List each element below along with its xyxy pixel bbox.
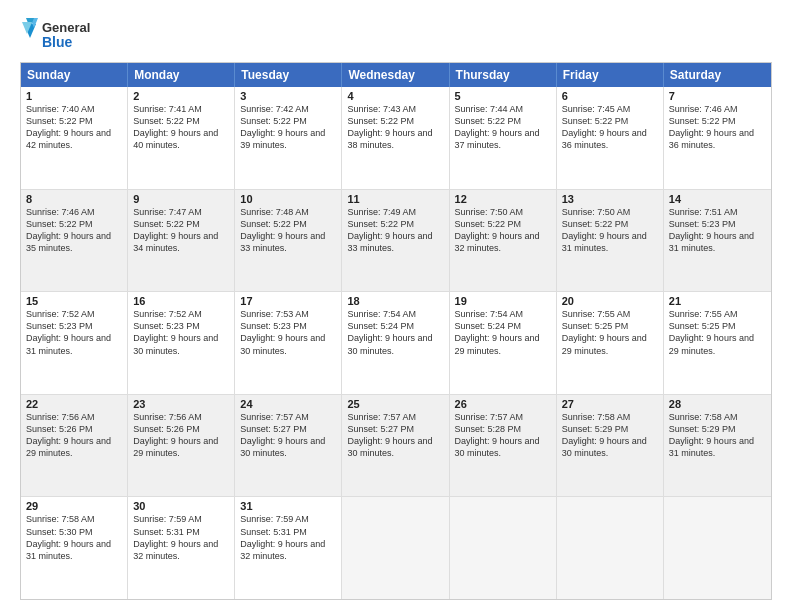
calendar-cell: 21Sunrise: 7:55 AM Sunset: 5:25 PM Dayli… (664, 292, 771, 394)
day-number: 30 (133, 500, 229, 512)
day-number: 5 (455, 90, 551, 102)
calendar-cell: 4Sunrise: 7:43 AM Sunset: 5:22 PM Daylig… (342, 87, 449, 189)
calendar-cell-empty (342, 497, 449, 599)
day-info: Sunrise: 7:54 AM Sunset: 5:24 PM Dayligh… (347, 308, 443, 357)
day-number: 12 (455, 193, 551, 205)
day-number: 29 (26, 500, 122, 512)
calendar-cell: 23Sunrise: 7:56 AM Sunset: 5:26 PM Dayli… (128, 395, 235, 497)
calendar-cell: 28Sunrise: 7:58 AM Sunset: 5:29 PM Dayli… (664, 395, 771, 497)
day-info: Sunrise: 7:42 AM Sunset: 5:22 PM Dayligh… (240, 103, 336, 152)
calendar-body: 1Sunrise: 7:40 AM Sunset: 5:22 PM Daylig… (21, 87, 771, 599)
day-info: Sunrise: 7:49 AM Sunset: 5:22 PM Dayligh… (347, 206, 443, 255)
day-info: Sunrise: 7:41 AM Sunset: 5:22 PM Dayligh… (133, 103, 229, 152)
calendar-cell: 31Sunrise: 7:59 AM Sunset: 5:31 PM Dayli… (235, 497, 342, 599)
svg-text:General: General (42, 20, 90, 35)
logo: General Blue (20, 16, 100, 54)
day-number: 14 (669, 193, 766, 205)
day-info: Sunrise: 7:58 AM Sunset: 5:30 PM Dayligh… (26, 513, 122, 562)
day-info: Sunrise: 7:50 AM Sunset: 5:22 PM Dayligh… (455, 206, 551, 255)
day-number: 8 (26, 193, 122, 205)
calendar-cell: 12Sunrise: 7:50 AM Sunset: 5:22 PM Dayli… (450, 190, 557, 292)
calendar-cell: 3Sunrise: 7:42 AM Sunset: 5:22 PM Daylig… (235, 87, 342, 189)
day-number: 16 (133, 295, 229, 307)
day-info: Sunrise: 7:55 AM Sunset: 5:25 PM Dayligh… (669, 308, 766, 357)
day-info: Sunrise: 7:46 AM Sunset: 5:22 PM Dayligh… (669, 103, 766, 152)
calendar-header-cell: Monday (128, 63, 235, 87)
day-info: Sunrise: 7:57 AM Sunset: 5:27 PM Dayligh… (240, 411, 336, 460)
day-info: Sunrise: 7:52 AM Sunset: 5:23 PM Dayligh… (133, 308, 229, 357)
day-info: Sunrise: 7:57 AM Sunset: 5:28 PM Dayligh… (455, 411, 551, 460)
day-info: Sunrise: 7:44 AM Sunset: 5:22 PM Dayligh… (455, 103, 551, 152)
calendar-cell: 29Sunrise: 7:58 AM Sunset: 5:30 PM Dayli… (21, 497, 128, 599)
day-number: 9 (133, 193, 229, 205)
calendar-header-cell: Tuesday (235, 63, 342, 87)
calendar-cell: 19Sunrise: 7:54 AM Sunset: 5:24 PM Dayli… (450, 292, 557, 394)
calendar-cell-empty (450, 497, 557, 599)
calendar-cell: 20Sunrise: 7:55 AM Sunset: 5:25 PM Dayli… (557, 292, 664, 394)
day-info: Sunrise: 7:45 AM Sunset: 5:22 PM Dayligh… (562, 103, 658, 152)
day-info: Sunrise: 7:48 AM Sunset: 5:22 PM Dayligh… (240, 206, 336, 255)
calendar-header-cell: Sunday (21, 63, 128, 87)
day-number: 23 (133, 398, 229, 410)
day-info: Sunrise: 7:47 AM Sunset: 5:22 PM Dayligh… (133, 206, 229, 255)
day-number: 27 (562, 398, 658, 410)
day-info: Sunrise: 7:59 AM Sunset: 5:31 PM Dayligh… (240, 513, 336, 562)
day-info: Sunrise: 7:53 AM Sunset: 5:23 PM Dayligh… (240, 308, 336, 357)
calendar-cell: 26Sunrise: 7:57 AM Sunset: 5:28 PM Dayli… (450, 395, 557, 497)
day-info: Sunrise: 7:46 AM Sunset: 5:22 PM Dayligh… (26, 206, 122, 255)
day-info: Sunrise: 7:55 AM Sunset: 5:25 PM Dayligh… (562, 308, 658, 357)
day-number: 31 (240, 500, 336, 512)
day-number: 1 (26, 90, 122, 102)
calendar-header-cell: Wednesday (342, 63, 449, 87)
svg-text:Blue: Blue (42, 34, 73, 50)
day-number: 3 (240, 90, 336, 102)
calendar-cell: 22Sunrise: 7:56 AM Sunset: 5:26 PM Dayli… (21, 395, 128, 497)
day-info: Sunrise: 7:56 AM Sunset: 5:26 PM Dayligh… (26, 411, 122, 460)
calendar-cell-empty (557, 497, 664, 599)
logo-svg: General Blue (20, 16, 100, 54)
calendar-cell: 7Sunrise: 7:46 AM Sunset: 5:22 PM Daylig… (664, 87, 771, 189)
day-number: 22 (26, 398, 122, 410)
calendar-cell: 6Sunrise: 7:45 AM Sunset: 5:22 PM Daylig… (557, 87, 664, 189)
calendar-cell: 1Sunrise: 7:40 AM Sunset: 5:22 PM Daylig… (21, 87, 128, 189)
calendar-row: 1Sunrise: 7:40 AM Sunset: 5:22 PM Daylig… (21, 87, 771, 189)
page: General Blue SundayMondayTuesdayWednesda… (0, 0, 792, 612)
calendar-cell: 2Sunrise: 7:41 AM Sunset: 5:22 PM Daylig… (128, 87, 235, 189)
day-number: 19 (455, 295, 551, 307)
day-number: 6 (562, 90, 658, 102)
calendar-cell: 10Sunrise: 7:48 AM Sunset: 5:22 PM Dayli… (235, 190, 342, 292)
calendar-cell: 5Sunrise: 7:44 AM Sunset: 5:22 PM Daylig… (450, 87, 557, 189)
calendar-cell: 30Sunrise: 7:59 AM Sunset: 5:31 PM Dayli… (128, 497, 235, 599)
calendar-row: 15Sunrise: 7:52 AM Sunset: 5:23 PM Dayli… (21, 291, 771, 394)
calendar-header-cell: Thursday (450, 63, 557, 87)
calendar-cell: 9Sunrise: 7:47 AM Sunset: 5:22 PM Daylig… (128, 190, 235, 292)
day-info: Sunrise: 7:58 AM Sunset: 5:29 PM Dayligh… (562, 411, 658, 460)
day-info: Sunrise: 7:40 AM Sunset: 5:22 PM Dayligh… (26, 103, 122, 152)
calendar-cell: 11Sunrise: 7:49 AM Sunset: 5:22 PM Dayli… (342, 190, 449, 292)
day-number: 17 (240, 295, 336, 307)
day-number: 21 (669, 295, 766, 307)
day-number: 11 (347, 193, 443, 205)
calendar-cell: 8Sunrise: 7:46 AM Sunset: 5:22 PM Daylig… (21, 190, 128, 292)
calendar-cell: 16Sunrise: 7:52 AM Sunset: 5:23 PM Dayli… (128, 292, 235, 394)
calendar: SundayMondayTuesdayWednesdayThursdayFrid… (20, 62, 772, 600)
calendar-row: 8Sunrise: 7:46 AM Sunset: 5:22 PM Daylig… (21, 189, 771, 292)
calendar-cell: 25Sunrise: 7:57 AM Sunset: 5:27 PM Dayli… (342, 395, 449, 497)
calendar-header: SundayMondayTuesdayWednesdayThursdayFrid… (21, 63, 771, 87)
calendar-cell: 27Sunrise: 7:58 AM Sunset: 5:29 PM Dayli… (557, 395, 664, 497)
day-info: Sunrise: 7:56 AM Sunset: 5:26 PM Dayligh… (133, 411, 229, 460)
day-number: 20 (562, 295, 658, 307)
day-info: Sunrise: 7:52 AM Sunset: 5:23 PM Dayligh… (26, 308, 122, 357)
day-number: 2 (133, 90, 229, 102)
day-info: Sunrise: 7:43 AM Sunset: 5:22 PM Dayligh… (347, 103, 443, 152)
day-number: 7 (669, 90, 766, 102)
day-info: Sunrise: 7:57 AM Sunset: 5:27 PM Dayligh… (347, 411, 443, 460)
day-number: 15 (26, 295, 122, 307)
calendar-cell: 14Sunrise: 7:51 AM Sunset: 5:23 PM Dayli… (664, 190, 771, 292)
day-number: 18 (347, 295, 443, 307)
calendar-cell: 17Sunrise: 7:53 AM Sunset: 5:23 PM Dayli… (235, 292, 342, 394)
day-info: Sunrise: 7:58 AM Sunset: 5:29 PM Dayligh… (669, 411, 766, 460)
day-number: 28 (669, 398, 766, 410)
day-number: 4 (347, 90, 443, 102)
day-number: 13 (562, 193, 658, 205)
